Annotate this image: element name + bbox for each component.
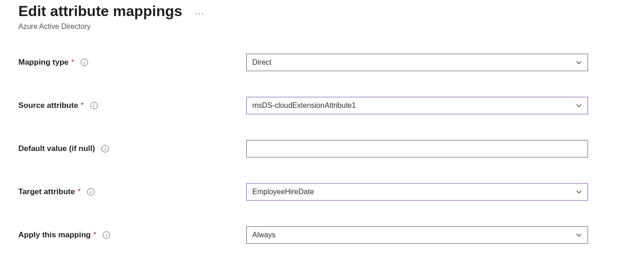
label-text-source-attribute: Source attribute (18, 101, 78, 110)
source-attribute-value: msDS-cloudExtensionAttribute1 (252, 101, 356, 110)
page-content: Edit attribute mappings ··· Azure Active… (0, 0, 644, 253)
mapping-type-value: Direct (252, 58, 272, 67)
target-attribute-select[interactable]: EmployeeHireDate (246, 183, 588, 201)
title-row: Edit attribute mappings ··· (18, 3, 626, 20)
label-text-apply-mapping: Apply this mapping (18, 230, 91, 240)
row-mapping-type: Mapping type * i Direct (18, 54, 626, 71)
label-apply-mapping: Apply this mapping * i (18, 230, 246, 240)
info-icon[interactable]: i (103, 231, 110, 239)
label-mapping-type: Mapping type * i (18, 58, 246, 67)
row-source-attribute: Source attribute * i msDS-cloudExtension… (18, 97, 626, 114)
row-apply-mapping: Apply this mapping * i Always (18, 226, 626, 244)
page-title: Edit attribute mappings (18, 3, 182, 20)
info-icon[interactable]: i (81, 59, 88, 66)
input-col: msDS-cloudExtensionAttribute1 (246, 97, 588, 114)
input-col: Always (246, 226, 588, 244)
info-icon[interactable]: i (90, 102, 98, 109)
input-col (246, 140, 588, 157)
page-subtitle: Azure Active Directory (18, 22, 626, 31)
chevron-down-icon (576, 102, 582, 109)
label-default-value: Default value (if null) i (18, 144, 246, 153)
label-text-default-value: Default value (if null) (18, 144, 95, 153)
source-attribute-select[interactable]: msDS-cloudExtensionAttribute1 (246, 97, 588, 114)
required-indicator: * (81, 101, 83, 110)
default-value-input[interactable] (246, 140, 588, 157)
row-target-attribute: Target attribute * i EmployeeHireDate (18, 183, 626, 201)
required-indicator: * (72, 58, 74, 67)
input-col: Direct (246, 54, 588, 71)
more-actions-icon[interactable]: ··· (193, 7, 206, 19)
mapping-type-select[interactable]: Direct (246, 54, 588, 71)
label-text-target-attribute: Target attribute (18, 187, 75, 196)
apply-mapping-value: Always (252, 231, 276, 239)
required-indicator: * (94, 231, 96, 239)
input-col: EmployeeHireDate (246, 183, 588, 201)
target-attribute-value: EmployeeHireDate (252, 188, 314, 196)
label-source-attribute: Source attribute * i (18, 101, 246, 110)
label-target-attribute: Target attribute * i (18, 187, 246, 196)
page-header: Edit attribute mappings ··· Azure Active… (18, 3, 626, 31)
chevron-down-icon (576, 59, 582, 66)
apply-mapping-select[interactable]: Always (246, 226, 588, 244)
row-default-value: Default value (if null) i (18, 140, 626, 157)
info-icon[interactable]: i (87, 188, 94, 196)
info-icon[interactable]: i (101, 145, 109, 152)
form: Mapping type * i Direct Source attribute… (18, 54, 626, 244)
label-text-mapping-type: Mapping type (18, 58, 69, 67)
chevron-down-icon (576, 232, 582, 238)
required-indicator: * (78, 188, 80, 196)
chevron-down-icon (576, 189, 582, 195)
